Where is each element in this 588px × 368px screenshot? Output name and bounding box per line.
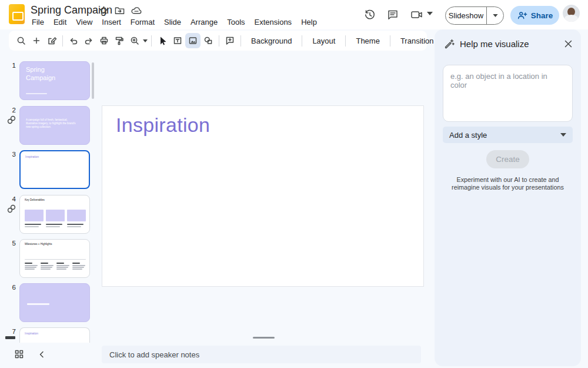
toolbar-divider [219, 35, 219, 47]
insert-comment-icon[interactable] [222, 33, 238, 48]
thumb-title: Inspiration [25, 331, 90, 335]
toolbar-divider [345, 35, 346, 47]
thumb-title: Milestones + Highlights [25, 243, 90, 246]
slide-thumbnail-2[interactable]: A campaign full of fresh, fantastical, i… [19, 106, 90, 145]
speaker-notes-area[interactable]: Click to add speaker notes [102, 346, 421, 363]
toolbar-divider [302, 35, 302, 47]
print-icon[interactable] [96, 33, 112, 48]
redo-icon[interactable] [81, 33, 96, 48]
search-menus-icon[interactable] [14, 33, 29, 48]
linked-slide-icon [6, 204, 16, 214]
transition-button[interactable]: Transition [393, 37, 441, 45]
share-button[interactable]: Share [510, 6, 559, 25]
panel-caption: Experiment with our AI to create and rei… [445, 176, 570, 191]
add-style-label: Add a style [449, 131, 560, 140]
toolbar-divider [151, 35, 152, 47]
slideshow-button[interactable]: Slideshow [446, 11, 486, 20]
menu-file[interactable]: File [27, 16, 49, 28]
slide-thumbnail-7[interactable]: Inspiration [19, 327, 90, 343]
slide-number: 2 [0, 107, 16, 114]
slide-thumbnail-6[interactable] [19, 283, 90, 322]
zoom-caret-icon[interactable] [142, 39, 148, 42]
menu-slide[interactable]: Slide [159, 16, 186, 28]
slides-logo[interactable] [9, 4, 25, 24]
help-me-visualize-panel: Help me visualize Add a style Create Exp… [435, 29, 581, 366]
slide-thumbnail-5[interactable]: Milestones + Highlights [19, 239, 90, 278]
version-history-icon[interactable] [363, 8, 376, 21]
layout-button[interactable]: Layout [305, 37, 342, 45]
slideshow-split-button: Slideshow [445, 6, 504, 25]
theme-button[interactable]: Theme [349, 37, 386, 45]
slide-canvas[interactable]: Inspiration [102, 105, 424, 287]
menu-bar: File Edit View Insert Format Slide Arran… [27, 16, 322, 28]
slide-title-text[interactable]: Inspiration [116, 114, 210, 137]
slide-number: 1 [0, 62, 16, 69]
paint-format-icon[interactable] [112, 33, 127, 48]
slide-number: 5 [0, 240, 16, 247]
header: Spring Campaign File Edit View Insert Fo… [0, 0, 588, 29]
menu-format[interactable]: Format [126, 16, 159, 28]
menu-tools[interactable]: Tools [222, 16, 249, 28]
slide-thumbnail-3-selected[interactable]: Inspiration [19, 150, 90, 189]
menu-arrange[interactable]: Arrange [186, 16, 222, 28]
menu-view[interactable]: View [71, 16, 97, 28]
menu-help[interactable]: Help [296, 16, 322, 28]
collapse-filmstrip-chevron-left-icon[interactable] [38, 350, 49, 361]
visualize-prompt-input[interactable] [443, 65, 573, 122]
text-box-icon[interactable] [170, 33, 185, 48]
menu-edit[interactable]: Edit [49, 16, 71, 28]
panel-title: Help me visualize [460, 39, 529, 49]
speaker-notes-placeholder: Click to add speaker notes [109, 350, 199, 359]
slide-thumbnail-4[interactable]: Key Deliverables [19, 195, 90, 234]
account-avatar[interactable] [563, 5, 580, 22]
meet-camera-icon[interactable] [410, 8, 423, 21]
new-slide-icon[interactable] [29, 33, 44, 48]
zoom-icon[interactable] [127, 33, 142, 48]
camera-dropdown-caret-icon[interactable] [427, 12, 440, 25]
slide-number: 4 [0, 195, 16, 203]
menu-extensions[interactable]: Extensions [250, 16, 297, 28]
create-button[interactable]: Create [486, 150, 529, 168]
background-button[interactable]: Background [244, 37, 299, 45]
slideshow-options-caret-icon[interactable] [487, 14, 503, 17]
insert-image-icon[interactable] [185, 33, 201, 48]
app-window: Spring Campaign File Edit View Insert Fo… [0, 0, 588, 368]
menu-insert[interactable]: Insert [97, 16, 126, 28]
toolbar: Background Layout Theme Transition [9, 31, 427, 51]
thumb-body-text: A campaign full of fresh, fantastical, i… [26, 118, 76, 128]
add-style-select[interactable]: Add a style [443, 127, 573, 143]
thumb-title: Spring Campaign [26, 66, 73, 82]
slide-number: 3 [0, 151, 16, 158]
close-panel-icon[interactable] [563, 38, 573, 49]
share-button-label: Share [531, 11, 553, 20]
select-cursor-icon[interactable] [155, 33, 170, 48]
thumb-title: Key Deliverables [25, 198, 90, 201]
insert-shape-icon[interactable] [201, 33, 216, 48]
chevron-down-icon [560, 133, 566, 137]
cloud-status-icon[interactable] [131, 6, 142, 15]
toolbar-divider [62, 35, 63, 47]
comments-icon[interactable] [386, 8, 399, 21]
person-add-icon [517, 11, 527, 20]
toolbar-divider [390, 35, 390, 47]
edit-slide-icon[interactable] [44, 33, 59, 48]
notes-resize-handle[interactable] [253, 337, 275, 339]
filmstrip-scrollbar-thumb[interactable] [92, 62, 94, 99]
slide-number: 6 [0, 284, 16, 291]
magic-pen-icon [443, 38, 455, 49]
filmstrip-scroll-indicator [5, 336, 15, 339]
thumb-title: Inspiration [25, 155, 90, 158]
undo-icon[interactable] [66, 33, 81, 48]
slide-number: 7 [0, 328, 16, 335]
slide-thumbnail-1[interactable]: Spring Campaign [19, 61, 90, 100]
linked-slide-icon [6, 115, 16, 125]
move-folder-icon[interactable] [114, 5, 125, 15]
toolbar-divider [240, 35, 241, 47]
grid-view-icon[interactable] [14, 349, 25, 360]
star-icon[interactable] [99, 5, 109, 15]
